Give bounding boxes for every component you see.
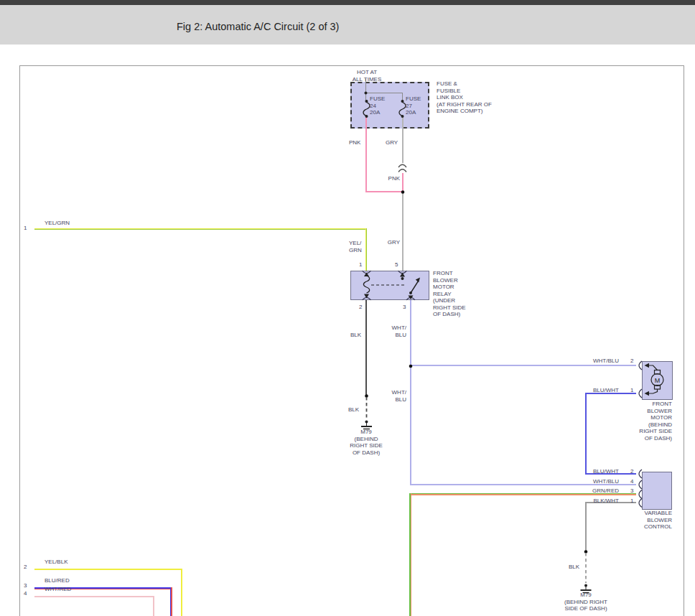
wire-label-blk-1: BLK [350, 332, 361, 339]
motor-pin-2: 2 [630, 358, 633, 365]
vbc-name: VARIABLE BLOWER CONTROL [623, 510, 672, 531]
wire-pnk-horizontal [365, 191, 404, 192]
circuit-1-number: 1 [24, 225, 27, 232]
wire-gry-upper [402, 116, 404, 163]
wire-whtblu-vertical [410, 300, 411, 485]
fuse-27-label: FUSE 27 20A [406, 95, 421, 116]
ground-m79-2-label: M79 (BEHIND RIGHT SIDE OF DASH) [553, 592, 619, 612]
window-top-bar [0, 0, 695, 5]
wire-yelgrn-vertical [365, 228, 367, 271]
circuit-2-label: YEL/BLK [45, 559, 67, 566]
relay-pin-2: 2 [359, 304, 362, 311]
wire-whtred-horizontal [34, 596, 154, 597]
blower-motor-box [642, 361, 673, 400]
wire-grnred-vertical [409, 493, 411, 616]
circuit-1-label: YEL/GRN [45, 220, 70, 227]
fuse-box-name: FUSE & FUSIBLE LINK BOX (AT RIGHT REAR O… [437, 80, 492, 115]
motor-pin-1: 1 [630, 387, 633, 394]
relay-box [350, 271, 429, 300]
wire-pnk-vertical [365, 116, 367, 192]
wire-label-pnk-top: PNK [349, 139, 360, 146]
wire-blk-vertical [365, 300, 367, 396]
vbc-pin-3: 3 [630, 487, 633, 495]
wire-label-yelgrn-relay: YEL/ GRN [349, 240, 362, 253]
wire-feed-bridge [365, 93, 403, 93]
vbc-pin-4: 4 [630, 478, 633, 485]
wire-feed-drop-right [402, 93, 403, 101]
title-bar [0, 5, 695, 45]
wire-label-grnred-vbc: GRN/RED [573, 487, 619, 495]
wire-label-whtblu-1: WHT/ BLU [386, 325, 406, 338]
wire-label-blk-3: BLK [569, 564, 579, 571]
wire-label-blk-2: BLK [348, 406, 359, 414]
vbc-pin-1: 1 [630, 498, 633, 505]
wire-yelblk-horizontal [34, 569, 182, 570]
ground-m79-label: M79 (BEHIND RIGHT SIDE OF DASH) [336, 429, 396, 456]
vbc-pin-2: 2 [630, 468, 633, 475]
circuit-2-number: 2 [24, 564, 27, 571]
relay-pin-5: 5 [395, 261, 398, 269]
circuit-3-number: 3 [24, 582, 27, 589]
wire-label-whtblu-2: WHT/ BLU [386, 389, 406, 403]
wire-whtblu-to-motor [410, 365, 636, 366]
wire-label-bluwht-vbc: BLU/WHT [573, 468, 619, 475]
wire-blkwht-vertical [585, 502, 587, 552]
circuit-4-number: 4 [24, 590, 27, 597]
variable-blower-control-box [642, 472, 672, 510]
wire-label-blkwht-vbc: BLK/WHT [573, 498, 619, 505]
motor-name: FRONT BLOWER MOTOR (BEHIND RIGHT SIDE OF… [625, 401, 672, 442]
circuit-4-label: WHT/RED [45, 586, 71, 593]
wiring-diagram-viewer: Fig 2: Automatic A/C Circuit (2 of 3) [0, 0, 695, 616]
wire-blured-vertical [170, 587, 172, 616]
wire-gry-to-relay [402, 193, 404, 271]
wire-label-whtblu-vbc: WHT/BLU [573, 478, 619, 485]
wire-label-gry-top: GRY [386, 139, 398, 146]
fuse-24-label: FUSE 24 20A [370, 95, 385, 116]
wire-label-whtblu-motor: WHT/BLU [573, 358, 619, 365]
wire-bluwht-vertical [585, 393, 587, 475]
relay-name: FRONT BLOWER MOTOR RELAY (UNDER RIGHT SI… [433, 270, 466, 318]
wire-label-pnk-mid: PNK [383, 175, 400, 182]
circuit-3-label: BLU/RED [45, 577, 70, 584]
wire-whtred-vertical [153, 596, 154, 616]
relay-pin-1: 1 [359, 261, 362, 269]
wire-label-gry-relay: GRY [384, 239, 400, 246]
wire-label-bluwht-motor: BLU/WHT [573, 387, 619, 394]
hot-at-all-times-label: HOT AT ALL TIMES [346, 69, 388, 83]
wire-yelblk-vertical [181, 569, 182, 616]
figure-title: Fig 2: Automatic A/C Circuit (2 of 3) [177, 21, 339, 32]
relay-pin-3: 3 [403, 304, 406, 311]
wire-pnk-below-connector [402, 173, 404, 192]
wire-yelgrn-horizontal [34, 228, 366, 230]
